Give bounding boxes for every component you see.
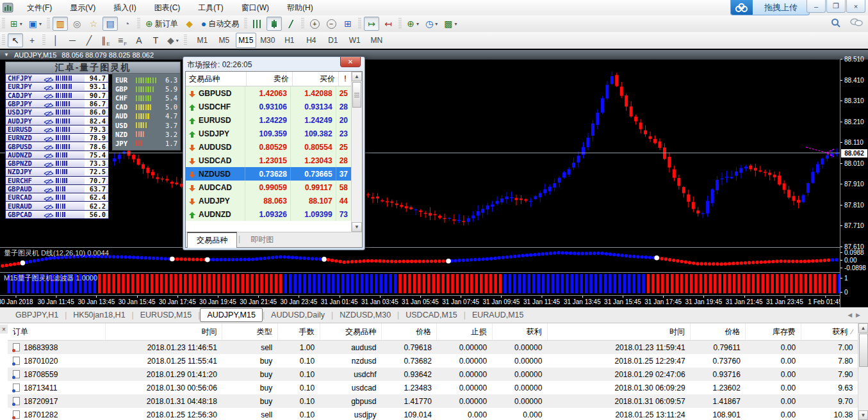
cursor-button[interactable]: ↖ [8, 33, 23, 47]
pair-row[interactable]: EURNZD78.9 [5, 133, 109, 142]
mw-row-eurusd[interactable]: EURUSD1.242291.2424920 [186, 113, 352, 127]
terminal-scrollbar[interactable]: ▲ ▼ [858, 323, 868, 420]
autotrading-button[interactable]: ●自动交易 [199, 17, 242, 31]
tab-scroll-arrows[interactable]: ◀▶ [848, 312, 864, 318]
mw-row-usdchf[interactable]: USDCHF0.931060.9313428 [186, 100, 352, 113]
table-row[interactable]: 187085592018.01.29 01:41:20buy0.10usdchf… [8, 368, 858, 381]
pair-row[interactable]: EURAUD62.2 [5, 201, 109, 210]
mw-row-usdjpy[interactable]: USDJPY109.359109.38223 [186, 127, 352, 140]
mw-column-header[interactable]: 卖价 [247, 72, 293, 86]
new-chart-button[interactable]: ⊞▾ [8, 17, 25, 31]
terminal-column-header[interactable]: 价格 [382, 323, 437, 341]
mw-row-usdcad[interactable]: USDCAD1.230151.2304328 [186, 154, 352, 167]
pair-row[interactable]: EURCAD62.4 [5, 193, 109, 202]
pair-row[interactable]: USDJPY86.0 [5, 108, 109, 117]
table-row[interactable]: 187012822018.01.25 12:56:30sell0.10usdjp… [8, 408, 858, 420]
terminal-column-header[interactable]: 类型 [222, 323, 277, 341]
pair-row[interactable]: GBPNZD73.3 [5, 159, 109, 168]
channel-button[interactable]: ∥E [98, 33, 113, 47]
search-icon[interactable] [831, 18, 841, 30]
terminal-column-header[interactable]: 获利 [492, 323, 547, 341]
zoom-out-button[interactable]: − [323, 17, 339, 31]
timeframe-h1[interactable]: H1 [279, 33, 300, 48]
table-row[interactable]: 186839382018.01.23 11:46:51sell1.00audus… [8, 341, 858, 355]
cloud-upload-button[interactable]: 拖拽上传 [730, 0, 810, 15]
terminal-toggle[interactable]: ▤ [102, 17, 118, 31]
scroll-down-icon[interactable]: ▼ [352, 222, 362, 232]
menu-item-h[interactable]: 帮助(H) [278, 1, 322, 15]
timeframe-m1[interactable]: M1 [192, 33, 213, 48]
vertical-line-button[interactable]: │ [48, 33, 63, 47]
auto-scroll-button[interactable]: ↦ [364, 17, 379, 31]
menu-item-i[interactable]: 插入(I) [104, 1, 145, 15]
zoom-in-button[interactable]: + [307, 17, 322, 31]
minimize-button[interactable]: – [807, 0, 826, 13]
bar-chart-button[interactable] [250, 17, 265, 31]
mw-column-header[interactable]: ! [339, 72, 352, 86]
pair-row[interactable]: GBPJPY86.7 [5, 99, 109, 108]
indicators-button[interactable]: ⊕▾ [404, 17, 422, 31]
scroll-thumb[interactable] [859, 334, 868, 367]
new-order-button[interactable]: ⊕新订单 [143, 17, 181, 31]
table-row[interactable]: 187209172018.01.31 04:48:18buy0.10gbpusd… [8, 394, 858, 408]
indicator-pane-dline[interactable]: 量子图灵机 D线(12,26,10) 0.0044 [0, 248, 840, 272]
indicator-pane-filter[interactable]: M15量子图灵机滤波器 1.0000 [0, 273, 840, 295]
templates-button[interactable]: ▩▾ [441, 17, 459, 31]
terminal-column-header[interactable]: 时间 [105, 323, 222, 341]
pair-row[interactable]: GBPUSD78.6 [5, 141, 109, 150]
mw-tab-symbols[interactable]: 交易品种 [187, 232, 237, 248]
fibonacci-button[interactable]: ≡F [115, 33, 130, 47]
mw-row-audusd[interactable]: AUDUSD0.805290.8055425 [186, 140, 352, 154]
text-label-button[interactable]: T [148, 33, 163, 47]
menu-item-t[interactable]: 工具(T) [189, 1, 232, 15]
scroll-up-icon[interactable]: ▲ [352, 72, 362, 81]
terminal-column-header[interactable]: 时间 [547, 323, 690, 341]
trendline-button[interactable]: ╱ [81, 33, 97, 47]
table-row[interactable]: 187134112018.01.30 00:56:06buy0.10usdcad… [8, 381, 858, 394]
line-chart-button[interactable] [283, 17, 299, 31]
close-button[interactable]: × [846, 0, 865, 13]
terminal-column-header[interactable]: 止损 [437, 323, 492, 341]
pair-row[interactable]: EURJPY93.1 [5, 82, 109, 91]
timeframe-w1[interactable]: W1 [345, 33, 365, 48]
mw-row-audcad[interactable]: AUDCAD0.990590.9911758 [186, 181, 352, 194]
arrows-button[interactable]: ◆▾ [165, 33, 181, 47]
periods-button[interactable]: ◷▾ [423, 17, 440, 31]
pair-row[interactable]: CHFJPY94.7 [5, 74, 109, 83]
chart-tab-euraudm15[interactable]: EURAUD,M15 [466, 309, 530, 321]
metaeditor-button[interactable]: ◆ [182, 17, 197, 31]
chart-tab-eurusdm15[interactable]: EURUSD,M15 [134, 309, 199, 321]
timeframe-d1[interactable]: D1 [323, 33, 343, 48]
mw-row-nzdusd[interactable]: NZDUSD0.736280.7366537 [186, 167, 352, 181]
profiles-button[interactable]: ▣▾ [26, 17, 44, 31]
candlestick-chart-button[interactable] [266, 17, 282, 31]
menu-item-v[interactable]: 显示(V) [61, 1, 104, 15]
chart-tab-nzdusdm30[interactable]: NZDUSD,M30 [333, 309, 397, 321]
timeframe-mn[interactable]: MN [366, 33, 387, 48]
chart-tab-gbpjpyh1[interactable]: GBPJPY,H1 [9, 309, 65, 321]
timeframe-m15[interactable]: M15 [236, 33, 256, 48]
tile-windows-button[interactable]: ⊞ [340, 17, 356, 31]
chart-tab-audjpym15[interactable]: AUDJPY,M15 [200, 308, 263, 322]
chevron-down-icon[interactable]: ▼ [4, 52, 9, 58]
mw-column-header[interactable]: 交易品种 [186, 72, 247, 86]
time-axis[interactable]: 30 Jan 201830 Jan 11:4530 Jan 13:4530 Ja… [0, 295, 840, 308]
timeframe-h4[interactable]: H4 [301, 33, 322, 48]
table-row[interactable]: 187010202018.01.25 11:55:41buy0.10nzdusd… [8, 354, 858, 368]
menu-item-w[interactable]: 窗口(W) [233, 1, 278, 15]
strategy-tester-toggle[interactable]: ◔ [119, 17, 135, 31]
terminal-column-header[interactable]: 获利∕ [801, 323, 858, 341]
pair-row[interactable]: GBPCAD56.0 [5, 210, 109, 219]
text-button[interactable]: A [131, 33, 147, 47]
pair-row[interactable]: EURCHF70.7 [5, 176, 109, 185]
close-icon[interactable]: ✕ [340, 57, 361, 67]
terminal-column-header[interactable]: 订单 [8, 323, 105, 341]
chart-area[interactable]: ▼ AUDJPY,M15 88.056 88.079 88.025 88.062… [0, 49, 868, 307]
navigator-toggle[interactable]: ☆ [86, 17, 101, 31]
pair-row[interactable]: EURUSD79.3 [5, 125, 109, 134]
horizontal-line-button[interactable]: ─ [65, 33, 80, 47]
timeframe-m5[interactable]: M5 [214, 33, 234, 48]
pair-row[interactable]: AUDNZD75.4 [5, 150, 109, 159]
terminal-column-header[interactable]: 库存费 [746, 323, 801, 341]
scroll-up-icon[interactable]: ▲ [858, 323, 868, 333]
